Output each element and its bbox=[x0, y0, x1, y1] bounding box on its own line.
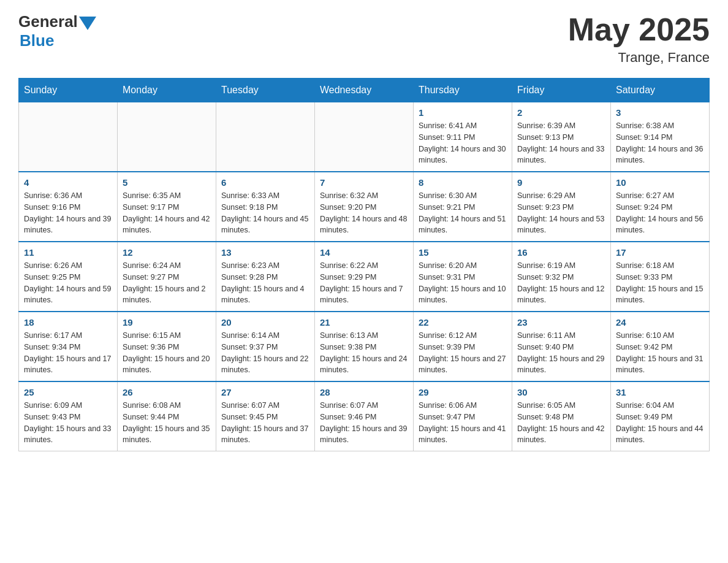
day-info: Sunrise: 6:26 AM Sunset: 9:25 PM Dayligh… bbox=[24, 260, 112, 306]
calendar-cell: 22Sunrise: 6:12 AM Sunset: 9:39 PM Dayli… bbox=[414, 312, 512, 381]
calendar-cell: 9Sunrise: 6:29 AM Sunset: 9:23 PM Daylig… bbox=[512, 172, 611, 242]
day-info: Sunrise: 6:09 AM Sunset: 9:43 PM Dayligh… bbox=[24, 400, 112, 446]
day-info: Sunrise: 6:18 AM Sunset: 9:33 PM Dayligh… bbox=[616, 260, 704, 306]
day-number: 19 bbox=[123, 317, 211, 327]
day-info: Sunrise: 6:12 AM Sunset: 9:39 PM Dayligh… bbox=[419, 330, 507, 376]
day-info: Sunrise: 6:07 AM Sunset: 9:45 PM Dayligh… bbox=[221, 400, 309, 446]
day-number: 16 bbox=[517, 247, 605, 258]
calendar-cell: 24Sunrise: 6:10 AM Sunset: 9:42 PM Dayli… bbox=[611, 312, 710, 381]
logo-triangle-icon bbox=[79, 17, 96, 30]
day-info: Sunrise: 6:05 AM Sunset: 9:48 PM Dayligh… bbox=[517, 400, 605, 446]
day-info: Sunrise: 6:23 AM Sunset: 9:28 PM Dayligh… bbox=[221, 260, 309, 306]
calendar-cell: 31Sunrise: 6:04 AM Sunset: 9:49 PM Dayli… bbox=[611, 381, 710, 451]
day-number: 5 bbox=[123, 177, 211, 188]
location-subtitle: Trange, France bbox=[568, 50, 710, 66]
day-number: 3 bbox=[616, 107, 704, 118]
calendar-header-saturday: Saturday bbox=[611, 79, 710, 102]
day-number: 15 bbox=[419, 247, 507, 258]
calendar-cell: 14Sunrise: 6:22 AM Sunset: 9:29 PM Dayli… bbox=[315, 242, 414, 312]
calendar-cell: 11Sunrise: 6:26 AM Sunset: 9:25 PM Dayli… bbox=[19, 242, 118, 312]
day-number: 17 bbox=[616, 247, 704, 258]
day-info: Sunrise: 6:30 AM Sunset: 9:21 PM Dayligh… bbox=[419, 190, 507, 236]
day-info: Sunrise: 6:11 AM Sunset: 9:40 PM Dayligh… bbox=[517, 330, 605, 376]
day-number: 27 bbox=[221, 387, 309, 397]
calendar-header-sunday: Sunday bbox=[19, 79, 118, 102]
calendar-week-row: 4Sunrise: 6:36 AM Sunset: 9:16 PM Daylig… bbox=[19, 172, 710, 242]
calendar-cell: 10Sunrise: 6:27 AM Sunset: 9:24 PM Dayli… bbox=[611, 172, 710, 242]
calendar-header-wednesday: Wednesday bbox=[315, 79, 414, 102]
day-info: Sunrise: 6:39 AM Sunset: 9:13 PM Dayligh… bbox=[517, 120, 605, 166]
day-number: 25 bbox=[24, 387, 112, 397]
day-info: Sunrise: 6:32 AM Sunset: 9:20 PM Dayligh… bbox=[320, 190, 408, 236]
logo-blue-text: Blue bbox=[20, 31, 54, 50]
day-number: 13 bbox=[221, 247, 309, 258]
calendar-cell bbox=[19, 102, 118, 172]
day-number: 4 bbox=[24, 177, 112, 188]
day-info: Sunrise: 6:20 AM Sunset: 9:31 PM Dayligh… bbox=[419, 260, 507, 306]
day-info: Sunrise: 6:22 AM Sunset: 9:29 PM Dayligh… bbox=[320, 260, 408, 306]
calendar-cell: 1Sunrise: 6:41 AM Sunset: 9:11 PM Daylig… bbox=[414, 102, 512, 172]
calendar-cell: 23Sunrise: 6:11 AM Sunset: 9:40 PM Dayli… bbox=[512, 312, 611, 381]
calendar-header-thursday: Thursday bbox=[414, 79, 512, 102]
calendar-cell: 29Sunrise: 6:06 AM Sunset: 9:47 PM Dayli… bbox=[414, 381, 512, 451]
day-number: 18 bbox=[24, 317, 112, 327]
day-info: Sunrise: 6:04 AM Sunset: 9:49 PM Dayligh… bbox=[616, 400, 704, 446]
calendar-cell: 18Sunrise: 6:17 AM Sunset: 9:34 PM Dayli… bbox=[19, 312, 118, 381]
calendar-table: SundayMondayTuesdayWednesdayThursdayFrid… bbox=[18, 78, 710, 451]
calendar-cell: 16Sunrise: 6:19 AM Sunset: 9:32 PM Dayli… bbox=[512, 242, 611, 312]
day-info: Sunrise: 6:27 AM Sunset: 9:24 PM Dayligh… bbox=[616, 190, 704, 236]
day-info: Sunrise: 6:10 AM Sunset: 9:42 PM Dayligh… bbox=[616, 330, 704, 376]
day-number: 9 bbox=[517, 177, 605, 188]
day-number: 10 bbox=[616, 177, 704, 188]
day-info: Sunrise: 6:15 AM Sunset: 9:36 PM Dayligh… bbox=[123, 330, 211, 376]
calendar-cell: 3Sunrise: 6:38 AM Sunset: 9:14 PM Daylig… bbox=[611, 102, 710, 172]
logo-general-text: General bbox=[18, 12, 78, 31]
logo: General Blue bbox=[18, 12, 96, 50]
day-number: 8 bbox=[419, 177, 507, 188]
calendar-week-row: 18Sunrise: 6:17 AM Sunset: 9:34 PM Dayli… bbox=[19, 312, 710, 381]
calendar-cell: 17Sunrise: 6:18 AM Sunset: 9:33 PM Dayli… bbox=[611, 242, 710, 312]
calendar-header-friday: Friday bbox=[512, 79, 611, 102]
day-info: Sunrise: 6:41 AM Sunset: 9:11 PM Dayligh… bbox=[419, 120, 507, 166]
day-info: Sunrise: 6:38 AM Sunset: 9:14 PM Dayligh… bbox=[616, 120, 704, 166]
day-info: Sunrise: 6:36 AM Sunset: 9:16 PM Dayligh… bbox=[24, 190, 112, 236]
calendar-cell: 30Sunrise: 6:05 AM Sunset: 9:48 PM Dayli… bbox=[512, 381, 611, 451]
day-number: 1 bbox=[419, 107, 507, 118]
day-number: 21 bbox=[320, 317, 408, 327]
day-number: 31 bbox=[616, 387, 704, 397]
day-info: Sunrise: 6:14 AM Sunset: 9:37 PM Dayligh… bbox=[221, 330, 309, 376]
day-number: 7 bbox=[320, 177, 408, 188]
day-info: Sunrise: 6:19 AM Sunset: 9:32 PM Dayligh… bbox=[517, 260, 605, 306]
day-number: 30 bbox=[517, 387, 605, 397]
day-info: Sunrise: 6:24 AM Sunset: 9:27 PM Dayligh… bbox=[123, 260, 211, 306]
calendar-cell bbox=[315, 102, 414, 172]
calendar-cell: 15Sunrise: 6:20 AM Sunset: 9:31 PM Dayli… bbox=[414, 242, 512, 312]
day-number: 6 bbox=[221, 177, 309, 188]
calendar-cell: 8Sunrise: 6:30 AM Sunset: 9:21 PM Daylig… bbox=[414, 172, 512, 242]
day-number: 2 bbox=[517, 107, 605, 118]
day-number: 26 bbox=[123, 387, 211, 397]
calendar-week-row: 11Sunrise: 6:26 AM Sunset: 9:25 PM Dayli… bbox=[19, 242, 710, 312]
calendar-header-tuesday: Tuesday bbox=[216, 79, 315, 102]
calendar-cell: 20Sunrise: 6:14 AM Sunset: 9:37 PM Dayli… bbox=[216, 312, 315, 381]
day-number: 11 bbox=[24, 247, 112, 258]
day-info: Sunrise: 6:07 AM Sunset: 9:46 PM Dayligh… bbox=[320, 400, 408, 446]
calendar-cell: 19Sunrise: 6:15 AM Sunset: 9:36 PM Dayli… bbox=[118, 312, 216, 381]
logo-top: General bbox=[18, 12, 96, 31]
day-info: Sunrise: 6:13 AM Sunset: 9:38 PM Dayligh… bbox=[320, 330, 408, 376]
day-info: Sunrise: 6:08 AM Sunset: 9:44 PM Dayligh… bbox=[123, 400, 211, 446]
calendar-cell bbox=[216, 102, 315, 172]
calendar-cell: 25Sunrise: 6:09 AM Sunset: 9:43 PM Dayli… bbox=[19, 381, 118, 451]
calendar-header-row: SundayMondayTuesdayWednesdayThursdayFrid… bbox=[19, 79, 710, 102]
calendar-cell: 4Sunrise: 6:36 AM Sunset: 9:16 PM Daylig… bbox=[19, 172, 118, 242]
day-info: Sunrise: 6:29 AM Sunset: 9:23 PM Dayligh… bbox=[517, 190, 605, 236]
day-info: Sunrise: 6:35 AM Sunset: 9:17 PM Dayligh… bbox=[123, 190, 211, 236]
day-number: 12 bbox=[123, 247, 211, 258]
title-section: May 2025 Trange, France bbox=[568, 12, 710, 66]
day-number: 24 bbox=[616, 317, 704, 327]
calendar-week-row: 1Sunrise: 6:41 AM Sunset: 9:11 PM Daylig… bbox=[19, 102, 710, 172]
calendar-cell: 26Sunrise: 6:08 AM Sunset: 9:44 PM Dayli… bbox=[118, 381, 216, 451]
calendar-cell: 27Sunrise: 6:07 AM Sunset: 9:45 PM Dayli… bbox=[216, 381, 315, 451]
calendar-header-monday: Monday bbox=[118, 79, 216, 102]
calendar-cell: 21Sunrise: 6:13 AM Sunset: 9:38 PM Dayli… bbox=[315, 312, 414, 381]
